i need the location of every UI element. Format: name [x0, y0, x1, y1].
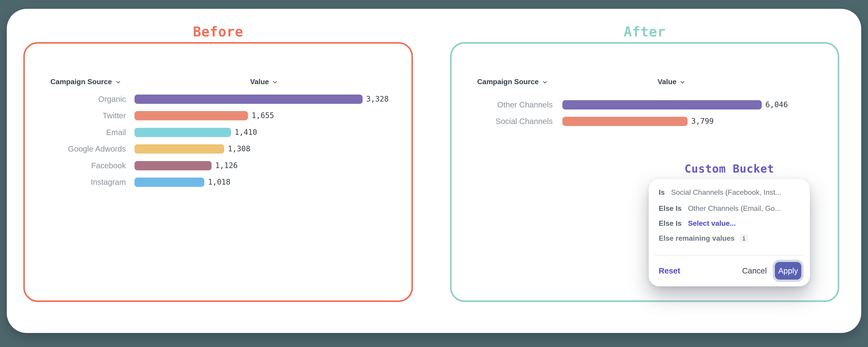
- bucket-rule-row: IsSocial Channels (Facebook, Inst...: [659, 187, 781, 197]
- chevron-down-icon: [115, 79, 121, 85]
- cancel-button[interactable]: Cancel: [742, 266, 767, 275]
- row-label: Instagram: [25, 177, 126, 187]
- bucket-rule-row: Else remaining valuesi: [659, 233, 748, 243]
- rule-keyword: Else Is: [659, 204, 682, 213]
- bar-value-label: 1,018: [208, 177, 230, 187]
- bar: [134, 161, 212, 170]
- after-panel: Campaign Source Value Other Channels6,04…: [450, 42, 839, 302]
- rule-keyword: Else Is: [659, 219, 682, 228]
- custom-bucket-title: Custom Bucket: [649, 162, 810, 176]
- bar: [134, 128, 231, 137]
- column-header-label: Campaign Source: [477, 78, 539, 86]
- bar: [134, 94, 363, 104]
- column-header-label: Value: [250, 78, 269, 86]
- column-header-label: Campaign Source: [51, 78, 112, 86]
- bar: [134, 144, 224, 153]
- page: { "background_color": "#4d666c", "icons"…: [0, 0, 868, 347]
- row-label: Facebook: [25, 161, 126, 171]
- column-header-value[interactable]: Value: [250, 77, 278, 87]
- rule-keyword: Else remaining values: [659, 234, 735, 242]
- bar: [562, 100, 762, 110]
- before-panel: Campaign Source Value Organic3,328Twitte…: [23, 42, 413, 302]
- column-header-campaign-source[interactable]: Campaign Source: [51, 77, 121, 87]
- bar-value-label: 1,410: [235, 127, 257, 137]
- rule-value[interactable]: Social Channels (Facebook, Inst...: [671, 188, 781, 197]
- apply-button[interactable]: Apply: [775, 262, 801, 280]
- rule-value[interactable]: Other Channels (Email, Go...: [688, 204, 781, 213]
- before-title: Before: [23, 24, 413, 40]
- chevron-down-icon: [679, 79, 686, 85]
- reset-button[interactable]: Reset: [659, 266, 680, 275]
- bar: [134, 178, 204, 187]
- bar: [134, 111, 248, 120]
- row-label: Email: [25, 127, 126, 137]
- chevron-down-icon: [542, 79, 548, 85]
- content-card: Before After Campaign Source Value Organ…: [7, 9, 861, 333]
- row-label: Other Channels: [452, 100, 553, 110]
- dialog-divider: [655, 255, 804, 255]
- bar-value-label: 1,308: [228, 144, 250, 153]
- after-title: After: [450, 24, 839, 40]
- bar-value-label: 1,126: [215, 161, 238, 170]
- chevron-down-icon: [272, 79, 278, 85]
- column-header-campaign-source[interactable]: Campaign Source: [477, 77, 548, 87]
- column-header-value[interactable]: Value: [657, 77, 686, 87]
- bar: [562, 117, 688, 126]
- row-label: Google Adwords: [25, 144, 126, 154]
- bar-value-label: 3,328: [366, 94, 389, 104]
- rule-value-link[interactable]: Select value...: [688, 219, 736, 228]
- bar-value-label: 6,046: [765, 100, 788, 110]
- rule-keyword: Is: [659, 188, 665, 197]
- dialog-footer: Reset Cancel Apply: [659, 262, 801, 280]
- bucket-rule-row: Else IsOther Channels (Email, Go...: [659, 203, 781, 213]
- row-label: Twitter: [25, 111, 126, 121]
- column-header-label: Value: [657, 78, 677, 86]
- bucket-rule-row: Else IsSelect value...: [659, 218, 736, 228]
- row-label: Organic: [25, 94, 126, 104]
- custom-bucket-dialog: IsSocial Channels (Facebook, Inst...Else…: [649, 179, 810, 286]
- row-label: Social Channels: [452, 116, 553, 126]
- bar-value-label: 3,799: [691, 116, 714, 126]
- info-icon[interactable]: i: [740, 234, 748, 242]
- bar-value-label: 1,655: [252, 111, 274, 120]
